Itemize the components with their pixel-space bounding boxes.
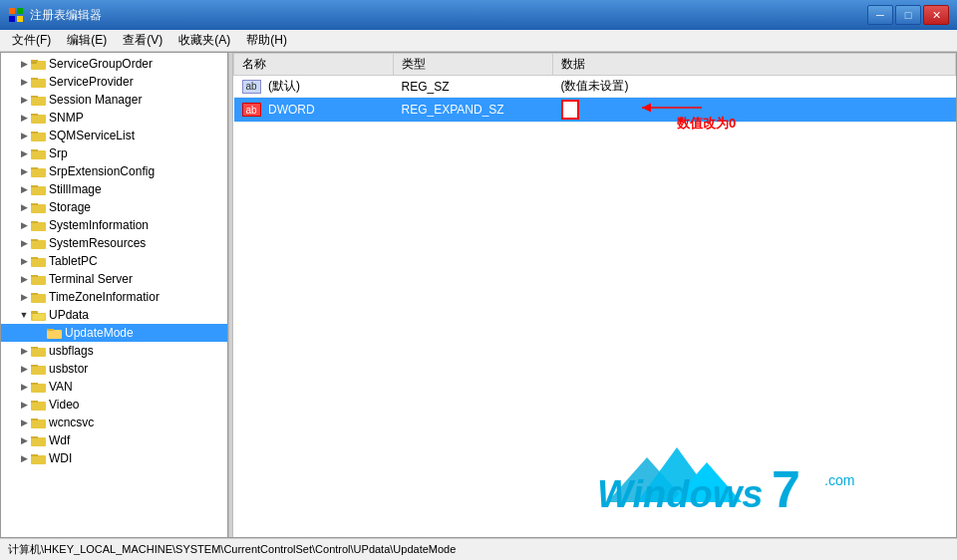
- expand-icon: ▶: [17, 274, 31, 284]
- reg-name-cell: ab (默认): [234, 76, 394, 98]
- registry-tree[interactable]: ▶ ServiceGroupOrder ▶ ServiceProvider ▶: [1, 53, 228, 537]
- tree-item-wdf[interactable]: ▶ Wdf: [1, 431, 227, 449]
- tree-item-servicegrouporder[interactable]: ▶ ServiceGroupOrder: [1, 55, 227, 73]
- tree-item-tabletpc[interactable]: ▶ TabletPC: [1, 252, 227, 270]
- status-text: 计算机\HKEY_LOCAL_MACHINE\SYSTEM\CurrentCon…: [8, 542, 456, 557]
- tree-item-storage[interactable]: ▶ Storage: [1, 198, 227, 216]
- maximize-button[interactable]: □: [895, 5, 921, 25]
- table-row[interactable]: ab (默认) REG_SZ (数值未设置): [234, 76, 956, 98]
- svg-rect-1: [17, 8, 23, 14]
- menu-edit[interactable]: 编辑(E): [59, 30, 115, 51]
- folder-icon: [31, 398, 47, 412]
- tree-item-srpextensionconfig[interactable]: ▶ SrpExtensionConfig: [1, 162, 227, 180]
- folder-icon: [31, 200, 47, 214]
- expand-icon: ▶: [17, 95, 31, 105]
- tree-item-sqmservicelist[interactable]: ▶ SQMServiceList: [1, 127, 227, 144]
- svg-rect-13: [31, 133, 46, 141]
- minimize-button[interactable]: ─: [867, 5, 893, 25]
- expand-icon: ▶: [17, 435, 31, 445]
- tree-item-wdi[interactable]: ▶ WDI: [1, 449, 227, 467]
- tree-item-usbstor[interactable]: ▶ usbstor: [1, 360, 227, 378]
- tree-item-timezoneinfo[interactable]: ▶ TimeZoneInformatior: [1, 288, 227, 306]
- svg-rect-3: [17, 16, 23, 22]
- tree-label: SQMServiceList: [49, 129, 135, 142]
- tree-label: ServiceGroupOrder: [49, 57, 153, 71]
- tree-item-terminalserver[interactable]: ▶ Terminal Server: [1, 270, 227, 288]
- folder-icon: [31, 146, 47, 160]
- menu-favorites[interactable]: 收藏夹(A): [170, 30, 238, 51]
- tree-item-systemresources[interactable]: ▶ SystemResources: [1, 234, 227, 252]
- tree-item-updata[interactable]: ▼ UPdata: [1, 306, 227, 324]
- tree-label: Srp: [49, 146, 68, 160]
- svg-rect-14: [31, 132, 38, 134]
- reg-data-cell: 0: [553, 98, 956, 123]
- col-data-header: 数据: [553, 54, 956, 76]
- tree-label: UpdateMode: [65, 326, 134, 340]
- folder-icon: [31, 218, 47, 232]
- svg-rect-36: [47, 330, 62, 339]
- svg-rect-24: [31, 221, 38, 223]
- tree-item-wcncsvc[interactable]: ▶ wcncsvc: [1, 414, 227, 431]
- folder-icon: [31, 111, 47, 125]
- svg-rect-29: [31, 276, 46, 285]
- svg-rect-31: [31, 294, 46, 303]
- tree-item-van[interactable]: ▶ VAN: [1, 378, 227, 396]
- tree-label: usbflags: [49, 344, 94, 358]
- tree-label: WDI: [49, 451, 72, 465]
- svg-rect-15: [31, 150, 46, 159]
- menu-bar: 文件(F) 编辑(E) 查看(V) 收藏夹(A) 帮助(H): [0, 30, 957, 52]
- reg-type-cell: REG_EXPAND_SZ: [394, 98, 553, 123]
- svg-rect-34: [31, 311, 38, 314]
- tree-label: Video: [49, 398, 79, 412]
- svg-rect-9: [31, 97, 46, 106]
- menu-help[interactable]: 帮助(H): [238, 30, 295, 51]
- tree-item-video[interactable]: ▶ Video: [1, 396, 227, 414]
- svg-rect-25: [31, 240, 46, 249]
- svg-rect-32: [31, 293, 38, 295]
- tree-item-systeminformation[interactable]: ▶ SystemInformation: [1, 216, 227, 234]
- close-button[interactable]: ✕: [923, 5, 949, 25]
- expand-icon: ▶: [17, 184, 31, 194]
- svg-rect-45: [31, 401, 38, 403]
- svg-rect-37: [47, 329, 54, 331]
- tree-scroll-area: ▶ ServiceGroupOrder ▶ ServiceProvider ▶: [1, 53, 227, 469]
- svg-rect-17: [31, 168, 46, 177]
- expand-icon: ▶: [17, 382, 31, 392]
- tree-label: Terminal Server: [49, 272, 133, 286]
- tree-item-srp[interactable]: ▶ Srp: [1, 144, 227, 162]
- expand-icon: ▶: [17, 77, 31, 87]
- svg-rect-22: [31, 203, 38, 205]
- svg-rect-38: [31, 348, 46, 357]
- expand-icon: ▶: [17, 148, 31, 158]
- svg-rect-10: [31, 96, 38, 98]
- svg-rect-41: [31, 365, 38, 367]
- svg-rect-28: [31, 257, 38, 259]
- tree-item-usbflags[interactable]: ▶ usbflags: [1, 342, 227, 360]
- tree-item-serviceprovider[interactable]: ▶ ServiceProvider: [1, 73, 227, 91]
- menu-view[interactable]: 查看(V): [115, 30, 170, 51]
- svg-rect-27: [31, 258, 46, 267]
- tree-label: TabletPC: [49, 254, 98, 268]
- reg-type-cell: REG_SZ: [394, 76, 553, 98]
- tree-item-updatemode[interactable]: UpdateMode: [1, 324, 227, 342]
- expand-icon: ▶: [17, 220, 31, 230]
- expand-icon: ▼: [17, 310, 31, 320]
- expand-icon: ▶: [17, 364, 31, 374]
- menu-file[interactable]: 文件(F): [4, 30, 59, 51]
- tree-item-stillimage[interactable]: ▶ StillImage: [1, 180, 227, 198]
- svg-rect-11: [31, 115, 46, 124]
- open-folder-icon: [31, 308, 47, 322]
- registry-table: 名称 类型 数据 ab (默认) REG_SZ (数值未设置): [233, 53, 956, 123]
- folder-icon: [47, 326, 63, 340]
- table-row[interactable]: ab DWORD REG_EXPAND_SZ 0: [234, 98, 956, 123]
- tree-item-sessionmanager[interactable]: ▶ Session Manager: [1, 91, 227, 109]
- folder-icon: [31, 344, 47, 358]
- status-bar: 计算机\HKEY_LOCAL_MACHINE\SYSTEM\CurrentCon…: [0, 538, 957, 560]
- tree-label: TimeZoneInformatior: [49, 290, 160, 304]
- expand-icon: ▶: [17, 400, 31, 410]
- svg-rect-39: [31, 347, 38, 349]
- svg-rect-6: [31, 60, 38, 62]
- tree-label: wcncsvc: [49, 416, 94, 429]
- tree-label: SystemInformation: [49, 218, 149, 232]
- tree-item-snmp[interactable]: ▶ SNMP: [1, 109, 227, 127]
